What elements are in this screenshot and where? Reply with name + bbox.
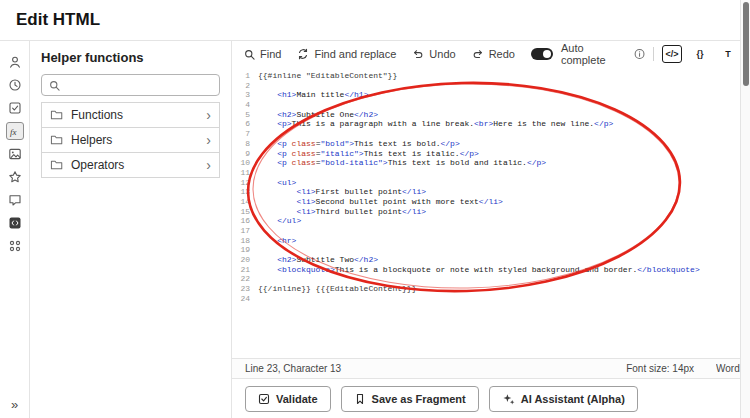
code-text: <ul>	[258, 178, 296, 188]
line-number: 24	[232, 294, 258, 304]
history-icon	[8, 78, 22, 92]
undo-label: Undo	[429, 48, 455, 60]
code-line[interactable]: 21 <blockquote>This is a blockquote or n…	[232, 265, 750, 275]
search-icon	[244, 49, 255, 60]
find-label: Find	[260, 48, 281, 60]
code-text: {{#inline "EditableContent"}}	[258, 71, 397, 81]
status-right: Font size: 14px Word wrap	[626, 363, 750, 374]
line-number: 15	[232, 207, 258, 217]
ai-assistant-label: AI Assistant (Alpha)	[521, 393, 625, 405]
code-line[interactable]: 10 <p class="bold-italic">This text is b…	[232, 158, 750, 168]
rail-item-helper-functions[interactable]: fx	[6, 122, 24, 140]
code-line[interactable]: 1{{#inline "EditableContent"}}	[232, 71, 750, 81]
page-title: Edit HTML	[16, 10, 100, 30]
rail-item-images[interactable]	[6, 145, 24, 163]
ai-assistant-button[interactable]: AI Assistant (Alpha)	[489, 386, 638, 412]
image-icon	[8, 147, 22, 161]
validate-icon	[258, 393, 270, 405]
undo-button[interactable]: Undo	[412, 48, 455, 60]
rail-item-history[interactable]	[6, 76, 24, 94]
code-line[interactable]: 22	[232, 274, 750, 284]
code-line[interactable]: 7	[232, 129, 750, 139]
chevron-right-icon: ›	[206, 133, 211, 147]
group-row-helpers[interactable]: Helpers ›	[41, 127, 220, 153]
group-row-functions[interactable]: Functions ›	[41, 102, 220, 128]
vertical-scrollbar[interactable]	[740, 0, 750, 418]
redo-icon	[472, 48, 484, 60]
code-line[interactable]: 23{{/inline}} {{{EditableContent}}}	[232, 284, 750, 294]
edit-html-page: Edit HTML fx	[0, 0, 750, 418]
find-and-replace-button[interactable]: Find and replace	[297, 48, 396, 60]
code-line[interactable]: 19	[232, 245, 750, 255]
rail-item-code-block[interactable]	[6, 214, 24, 232]
code-text: <blockquote>This is a blockquote or note…	[258, 265, 700, 275]
line-number: 16	[232, 216, 258, 226]
auto-complete-toggle[interactable]	[531, 48, 553, 60]
code-line[interactable]: 24	[232, 294, 750, 304]
save-as-fragment-button[interactable]: Save as Fragment	[341, 386, 479, 412]
line-number: 4	[232, 100, 258, 110]
search-input[interactable]	[66, 79, 212, 91]
line-number: 20	[232, 255, 258, 265]
code-line[interactable]: 5 <h2>Subtitle One</h2>	[232, 110, 750, 120]
components-icon	[8, 239, 22, 253]
code-editor[interactable]: 1{{#inline "EditableContent"}}23 <h1>Mai…	[232, 67, 750, 358]
rail-item-tasks[interactable]	[6, 99, 24, 117]
code-line[interactable]: 20 <h2>Subtitle Two</h2>	[232, 255, 750, 265]
expand-rail-button[interactable]: »	[0, 397, 29, 412]
left-icon-rail: fx »	[0, 41, 30, 418]
mode-button-braces[interactable]: {}	[690, 45, 710, 63]
code-line[interactable]: 3 <h1>Main title</h1>	[232, 90, 750, 100]
mode-button-text[interactable]: T	[718, 45, 738, 63]
code-line[interactable]: 18 <hr>	[232, 236, 750, 246]
code-line[interactable]: 11	[232, 168, 750, 178]
save-as-fragment-label: Save as Fragment	[372, 393, 466, 405]
rail-item-comments[interactable]	[6, 191, 24, 209]
find-button[interactable]: Find	[244, 48, 281, 60]
code-text: <p>This is a paragraph with a line break…	[258, 119, 613, 129]
code-line[interactable]: 9 <p class="italic">This text is italic.…	[232, 149, 750, 159]
code-line[interactable]: 12 <ul>	[232, 178, 750, 188]
code-line[interactable]: 2	[232, 81, 750, 91]
rail-item-components[interactable]	[6, 237, 24, 255]
group-label: Operators	[71, 158, 198, 172]
cursor-position: Line 23, Character 13	[245, 363, 341, 374]
code-block-icon	[8, 216, 22, 230]
bottom-action-bar: Validate Save as Fragment AI Assistant (…	[232, 378, 750, 418]
line-number: 21	[232, 265, 258, 275]
line-number: 5	[232, 110, 258, 120]
code-line[interactable]: 16 </ul>	[232, 216, 750, 226]
line-number: 1	[232, 71, 258, 81]
line-number: 17	[232, 226, 258, 236]
code-text: <h2>Subtitle One</h2>	[258, 110, 378, 120]
code-line[interactable]: 13 <li>First bullet point</li>	[232, 187, 750, 197]
code-line[interactable]: 6 <p>This is a paragraph with a line bre…	[232, 119, 750, 129]
group-label: Functions	[71, 108, 198, 122]
editor-toolbar: Find Find and replace Undo Redo Auto com…	[232, 41, 750, 67]
folder-icon	[50, 109, 63, 121]
panel-title: Helper functions	[41, 50, 220, 65]
code-line[interactable]: 15 <li>Third bullet point</li>	[232, 207, 750, 217]
group-label: Helpers	[71, 133, 198, 147]
line-number: 12	[232, 178, 258, 188]
line-number: 13	[232, 187, 258, 197]
group-row-operators[interactable]: Operators ›	[41, 152, 220, 178]
code-text: <li>Third bullet point</li>	[258, 207, 426, 217]
code-line[interactable]: 17	[232, 226, 750, 236]
editor-status-bar: Line 23, Character 13 Font size: 14px Wo…	[232, 358, 750, 378]
code-line[interactable]: 8 <p class="bold">This text is bold.</p>	[232, 139, 750, 149]
code-line[interactable]: 4	[232, 100, 750, 110]
code-text: <p class="bold">This text is bold.</p>	[258, 139, 460, 149]
code-line[interactable]: 14 <li>Second bullet point with more tex…	[232, 197, 750, 207]
line-number: 22	[232, 274, 258, 284]
line-number: 19	[232, 245, 258, 255]
mode-button-code[interactable]: </>	[662, 45, 682, 63]
chevron-right-icon: ›	[206, 108, 211, 122]
info-icon[interactable]	[634, 48, 645, 60]
validate-button[interactable]: Validate	[245, 386, 331, 412]
rail-item-user[interactable]	[6, 53, 24, 71]
scrollbar-thumb[interactable]	[743, 2, 749, 86]
rail-item-favorites[interactable]	[6, 168, 24, 186]
sparkle-icon	[502, 393, 515, 405]
redo-button[interactable]: Redo	[472, 48, 515, 60]
